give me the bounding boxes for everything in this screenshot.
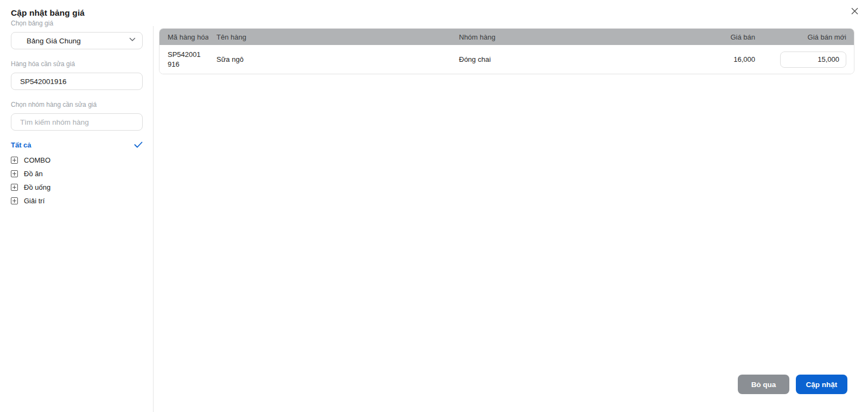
sidebar-divider (153, 26, 154, 412)
col-header-new-price: Giá bán mới (763, 33, 854, 41)
col-header-product-code: Mã hàng hóa (159, 33, 208, 41)
plus-square-icon[interactable] (11, 157, 18, 164)
price-list-selected-value: Bảng Giá Chung (11, 37, 81, 45)
group-tree-item-label: Đồ uống (24, 183, 50, 191)
price-list-label: Chọn bảng giá (11, 20, 143, 27)
cell-price: 16,000 (657, 55, 763, 63)
group-tree-item-label: Giải trí (24, 197, 44, 205)
product-code-input[interactable] (11, 73, 143, 90)
dialog-footer: Bỏ qua Cập nhật (738, 375, 847, 394)
new-price-input[interactable] (780, 52, 846, 68)
price-table-header: Mã hàng hóa Tên hàng Nhóm hàng Giá bán G… (159, 29, 854, 45)
group-tree-item-do-an[interactable]: Đồ ăn (11, 167, 143, 181)
plus-square-icon[interactable] (11, 170, 18, 177)
group-tree-item-do-uong[interactable]: Đồ uống (11, 181, 143, 194)
group-tree-item-label: COMBO (24, 156, 50, 164)
cell-group: Đóng chai (451, 55, 657, 63)
plus-square-icon[interactable] (11, 184, 18, 191)
price-list-select[interactable]: Bảng Giá Chung (11, 32, 143, 49)
group-tree-item-label: Đồ ăn (24, 170, 43, 178)
plus-square-icon[interactable] (11, 197, 18, 204)
group-tree-item-giai-tri[interactable]: Giải trí (11, 194, 143, 208)
col-header-product-name: Tên hàng (208, 33, 451, 41)
group-tree-item-combo[interactable]: COMBO (11, 153, 143, 167)
group-all-option[interactable]: Tất cả (11, 140, 143, 150)
group-tree: COMBO Đồ ăn Đồ uống Giải trí (11, 153, 143, 208)
cancel-button[interactable]: Bỏ qua (738, 375, 789, 394)
update-price-list-dialog: Cập nhật bảng giá Chọn bảng giá Bảng Giá… (0, 0, 868, 412)
cell-new-price (763, 52, 854, 68)
update-button[interactable]: Cập nhật (796, 375, 847, 394)
col-header-price: Giá bán (657, 33, 763, 41)
cell-product-code: SP542001916 (159, 50, 208, 69)
table-row: SP542001916 Sữa ngô Đóng chai 16,000 (159, 45, 854, 74)
group-search-input[interactable] (11, 113, 143, 131)
price-table: Mã hàng hóa Tên hàng Nhóm hàng Giá bán G… (159, 28, 854, 74)
group-all-label: Tất cả (11, 141, 31, 149)
col-header-group: Nhóm hàng (451, 33, 657, 41)
close-icon[interactable] (848, 5, 860, 17)
check-icon (134, 141, 143, 148)
group-filter-label: Chọn nhóm hàng cần sửa giá (11, 101, 143, 108)
product-code-label: Hàng hóa cần sửa giá (11, 60, 143, 68)
sidebar: Chọn bảng giá Bảng Giá Chung Hàng hóa cầ… (0, 0, 153, 412)
chevron-down-icon (129, 37, 136, 42)
cell-product-name: Sữa ngô (208, 55, 451, 63)
